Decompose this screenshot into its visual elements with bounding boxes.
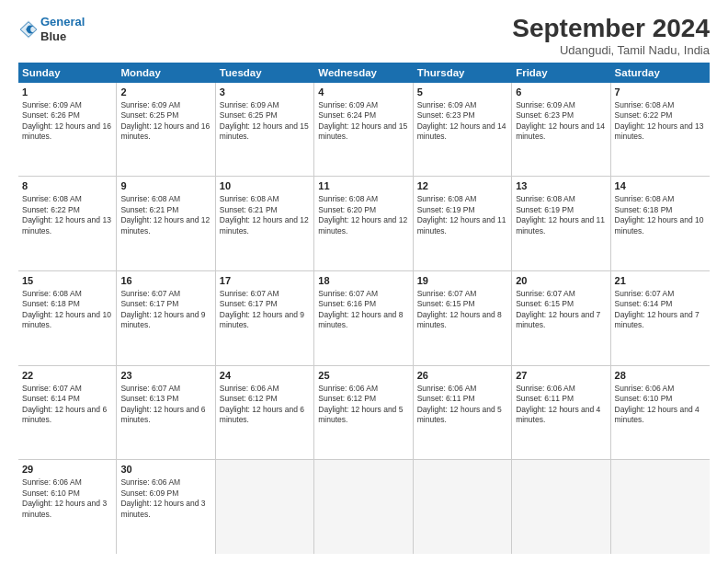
- sunrise-text: Sunrise: 6:08 AM: [615, 100, 706, 110]
- day-number: 8: [22, 179, 112, 193]
- sunrise-text: Sunrise: 6:08 AM: [417, 194, 507, 204]
- header-wednesday: Wednesday: [314, 63, 413, 83]
- daylight-text: Daylight: 12 hours and 4 minutes.: [615, 405, 706, 426]
- title-block: September 2024 Udangudi, Tamil Nadu, Ind…: [512, 15, 710, 57]
- table-row: 26Sunrise: 6:06 AMSunset: 6:11 PMDayligh…: [414, 366, 512, 460]
- day-number: 30: [120, 463, 210, 477]
- sunset-text: Sunset: 6:17 PM: [220, 299, 310, 309]
- day-number: 25: [318, 369, 408, 383]
- sunrise-text: Sunrise: 6:09 AM: [417, 100, 507, 110]
- sunset-text: Sunset: 6:12 PM: [318, 394, 408, 404]
- table-row: 19Sunrise: 6:07 AMSunset: 6:15 PMDayligh…: [414, 271, 512, 365]
- daylight-text: Daylight: 12 hours and 11 minutes.: [417, 215, 507, 236]
- day-number: 24: [220, 369, 310, 383]
- table-row: 12Sunrise: 6:08 AMSunset: 6:19 PMDayligh…: [414, 177, 512, 270]
- table-row: 14Sunrise: 6:08 AMSunset: 6:18 PMDayligh…: [611, 177, 710, 270]
- sunset-text: Sunset: 6:23 PM: [417, 110, 507, 121]
- sunset-text: Sunset: 6:26 PM: [22, 110, 112, 121]
- daylight-text: Daylight: 12 hours and 8 minutes.: [417, 310, 507, 331]
- calendar-header: Sunday Monday Tuesday Wednesday Thursday…: [18, 63, 710, 83]
- day-number: 20: [516, 274, 606, 288]
- table-row: 2Sunrise: 6:09 AMSunset: 6:25 PMDaylight…: [117, 83, 215, 177]
- day-number: 17: [220, 274, 310, 288]
- day-number: 9: [120, 179, 210, 193]
- daylight-text: Daylight: 12 hours and 15 minutes.: [220, 121, 310, 143]
- location: Udangudi, Tamil Nadu, India: [512, 43, 710, 57]
- daylight-text: Daylight: 12 hours and 5 minutes.: [318, 405, 408, 426]
- sunset-text: Sunset: 6:13 PM: [120, 394, 210, 404]
- calendar-row-3: 15Sunrise: 6:08 AMSunset: 6:18 PMDayligh…: [18, 271, 710, 366]
- day-number: 3: [220, 86, 310, 99]
- sunset-text: Sunset: 6:14 PM: [615, 299, 706, 309]
- sunset-text: Sunset: 6:19 PM: [516, 205, 606, 215]
- daylight-text: Daylight: 12 hours and 6 minutes.: [120, 405, 210, 426]
- sunrise-text: Sunrise: 6:08 AM: [22, 194, 112, 204]
- sunrise-text: Sunrise: 6:06 AM: [220, 384, 310, 394]
- sunrise-text: Sunrise: 6:06 AM: [615, 384, 706, 394]
- logo: General Blue: [18, 15, 85, 43]
- sunset-text: Sunset: 6:17 PM: [120, 299, 210, 309]
- logo-icon: [18, 19, 39, 40]
- table-row: 30Sunrise: 6:06 AMSunset: 6:09 PMDayligh…: [117, 460, 215, 554]
- sunrise-text: Sunrise: 6:07 AM: [318, 289, 408, 299]
- sunrise-text: Sunrise: 6:07 AM: [417, 289, 507, 299]
- table-row: 24Sunrise: 6:06 AMSunset: 6:12 PMDayligh…: [216, 366, 314, 460]
- sunrise-text: Sunrise: 6:09 AM: [516, 100, 606, 110]
- daylight-text: Daylight: 12 hours and 14 minutes.: [417, 121, 507, 143]
- table-row: 29Sunrise: 6:06 AMSunset: 6:10 PMDayligh…: [18, 460, 117, 554]
- header-saturday: Saturday: [611, 63, 710, 83]
- sunrise-text: Sunrise: 6:07 AM: [22, 384, 112, 394]
- day-number: 1: [22, 86, 112, 99]
- daylight-text: Daylight: 12 hours and 14 minutes.: [516, 121, 606, 143]
- daylight-text: Daylight: 12 hours and 12 minutes.: [220, 215, 310, 236]
- header-thursday: Thursday: [414, 63, 512, 83]
- day-number: 7: [615, 86, 706, 99]
- sunset-text: Sunset: 6:15 PM: [417, 299, 507, 309]
- table-row: 5Sunrise: 6:09 AMSunset: 6:23 PMDaylight…: [414, 83, 512, 177]
- sunrise-text: Sunrise: 6:07 AM: [615, 289, 706, 299]
- sunrise-text: Sunrise: 6:07 AM: [120, 384, 210, 394]
- sunset-text: Sunset: 6:16 PM: [318, 299, 408, 309]
- sunset-text: Sunset: 6:25 PM: [120, 110, 210, 121]
- table-row: 20Sunrise: 6:07 AMSunset: 6:15 PMDayligh…: [512, 271, 610, 365]
- calendar-row-1: 1Sunrise: 6:09 AMSunset: 6:26 PMDaylight…: [18, 83, 710, 178]
- sunrise-text: Sunrise: 6:09 AM: [22, 100, 112, 110]
- daylight-text: Daylight: 12 hours and 5 minutes.: [417, 405, 507, 426]
- day-number: 27: [516, 369, 606, 383]
- table-row: 27Sunrise: 6:06 AMSunset: 6:11 PMDayligh…: [512, 366, 610, 460]
- table-row: 21Sunrise: 6:07 AMSunset: 6:14 PMDayligh…: [611, 271, 710, 365]
- daylight-text: Daylight: 12 hours and 7 minutes.: [615, 310, 706, 331]
- daylight-text: Daylight: 12 hours and 12 minutes.: [120, 215, 210, 236]
- table-row: [216, 460, 314, 554]
- calendar-row-4: 22Sunrise: 6:07 AMSunset: 6:14 PMDayligh…: [18, 366, 710, 461]
- sunset-text: Sunset: 6:22 PM: [22, 205, 112, 215]
- header-monday: Monday: [117, 63, 215, 83]
- daylight-text: Daylight: 12 hours and 6 minutes.: [22, 405, 112, 426]
- sunrise-text: Sunrise: 6:08 AM: [22, 289, 112, 299]
- daylight-text: Daylight: 12 hours and 7 minutes.: [516, 310, 606, 331]
- day-number: 21: [615, 274, 706, 288]
- sunset-text: Sunset: 6:09 PM: [120, 488, 210, 499]
- header-friday: Friday: [512, 63, 610, 83]
- sunrise-text: Sunrise: 6:07 AM: [220, 289, 310, 299]
- day-number: 15: [22, 274, 112, 288]
- table-row: 16Sunrise: 6:07 AMSunset: 6:17 PMDayligh…: [117, 271, 215, 365]
- sunrise-text: Sunrise: 6:08 AM: [120, 194, 210, 204]
- sunrise-text: Sunrise: 6:08 AM: [220, 194, 310, 204]
- daylight-text: Daylight: 12 hours and 8 minutes.: [318, 310, 408, 331]
- logo-text: General Blue: [40, 15, 85, 43]
- sunrise-text: Sunrise: 6:08 AM: [516, 194, 606, 204]
- daylight-text: Daylight: 12 hours and 16 minutes.: [22, 121, 112, 143]
- daylight-text: Daylight: 12 hours and 11 minutes.: [516, 215, 606, 236]
- table-row: 15Sunrise: 6:08 AMSunset: 6:18 PMDayligh…: [18, 271, 117, 365]
- sunrise-text: Sunrise: 6:09 AM: [318, 100, 408, 110]
- sunset-text: Sunset: 6:21 PM: [120, 205, 210, 215]
- calendar: Sunday Monday Tuesday Wednesday Thursday…: [18, 63, 710, 554]
- sunrise-text: Sunrise: 6:06 AM: [516, 384, 606, 394]
- sunset-text: Sunset: 6:18 PM: [615, 205, 706, 215]
- sunset-text: Sunset: 6:23 PM: [516, 110, 606, 121]
- day-number: 6: [516, 86, 606, 99]
- daylight-text: Daylight: 12 hours and 10 minutes.: [615, 215, 706, 236]
- sunset-text: Sunset: 6:10 PM: [22, 488, 112, 499]
- table-row: 28Sunrise: 6:06 AMSunset: 6:10 PMDayligh…: [611, 366, 710, 460]
